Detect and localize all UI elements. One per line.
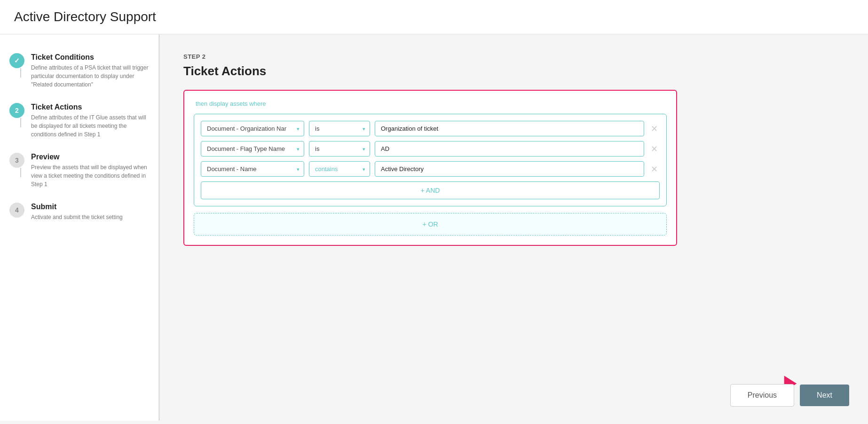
step-2-title: Ticket Actions (31, 103, 149, 111)
value-input-1[interactable] (375, 121, 644, 136)
step-4-desc: Activate and submit the ticket setting (31, 213, 123, 221)
nav-buttons: Previous Next (730, 384, 849, 407)
next-button[interactable]: Next (800, 385, 849, 406)
condition-group-1: Document - Organization Nar is ✕ (194, 114, 667, 206)
step-3-num-label: 3 (15, 157, 19, 164)
value-input-2[interactable] (375, 141, 644, 157)
remove-button-1[interactable]: ✕ (649, 123, 660, 135)
operator-select-wrapper-2[interactable]: is (309, 141, 370, 157)
sidebar-item-ticket-conditions[interactable]: ✓ Ticket Conditions Define attributes of… (9, 48, 149, 94)
sidebar-item-submit[interactable]: 4 Submit Activate and submit the ticket … (9, 198, 149, 226)
step-connector-2 (20, 118, 21, 127)
step-2-text: Ticket Actions Define attributes of the … (31, 103, 149, 139)
step-connector-1 (20, 68, 21, 78)
conditions-card: then display assets where Document - Org… (183, 90, 677, 246)
and-button[interactable]: + AND (201, 181, 660, 199)
checkmark-icon: ✓ (14, 57, 20, 64)
operator-select-1[interactable]: is (309, 121, 370, 136)
step-4-num-label: 4 (15, 206, 19, 214)
condition-row-3: Document - Name contains ✕ (201, 161, 660, 177)
step-3-text: Preview Preview the assets that will be … (31, 153, 149, 188)
section-title: Ticket Actions (183, 64, 844, 79)
value-input-3[interactable] (375, 161, 644, 177)
previous-button[interactable]: Previous (730, 384, 794, 407)
operator-select-2[interactable]: is (309, 141, 370, 157)
step-4-text: Submit Activate and submit the ticket se… (31, 203, 123, 221)
operator-select-wrapper-3[interactable]: contains (309, 161, 370, 177)
step-3-title: Preview (31, 153, 149, 161)
condition-row-1: Document - Organization Nar is ✕ (201, 121, 660, 136)
field-select-wrapper-3[interactable]: Document - Name (201, 161, 304, 177)
remove-button-2[interactable]: ✕ (649, 143, 660, 155)
field-select-2[interactable]: Document - Flag Type Name (201, 141, 304, 157)
step-label: STEP 2 (183, 53, 844, 60)
page-title: Active Directory Support (14, 9, 854, 24)
step-4-number: 4 (9, 203, 24, 218)
operator-select-3[interactable]: contains (309, 161, 370, 177)
step-1-number: ✓ (9, 53, 24, 68)
field-select-3[interactable]: Document - Name (201, 161, 304, 177)
main-content: STEP 2 Ticket Actions then display asset… (160, 34, 868, 421)
step-2-num-label: 2 (15, 107, 19, 114)
step-2-number: 2 (9, 103, 24, 118)
sidebar: ✓ Ticket Conditions Define attributes of… (0, 34, 160, 421)
step-1-desc: Define attributes of a PSA ticket that w… (31, 63, 149, 89)
step-3-desc: Preview the assets that will be displaye… (31, 163, 149, 188)
sidebar-item-ticket-actions[interactable]: 2 Ticket Actions Define attributes of th… (9, 98, 149, 143)
remove-button-3[interactable]: ✕ (649, 163, 660, 175)
sidebar-item-preview[interactable]: 3 Preview Preview the assets that will b… (9, 148, 149, 193)
or-section: + OR (194, 213, 667, 236)
field-select-wrapper-2[interactable]: Document - Flag Type Name (201, 141, 304, 157)
page-header: Active Directory Support (0, 0, 868, 34)
step-1-text: Ticket Conditions Define attributes of a… (31, 53, 149, 89)
then-label: then display assets where (194, 100, 667, 107)
step-2-desc: Define attributes of the IT Glue assets … (31, 113, 149, 139)
main-layout: ✓ Ticket Conditions Define attributes of… (0, 34, 868, 421)
step-3-number: 3 (9, 153, 24, 168)
step-4-title: Submit (31, 203, 123, 211)
or-button[interactable]: + OR (422, 220, 438, 228)
condition-row-2: Document - Flag Type Name is ✕ (201, 141, 660, 157)
step-1-title: Ticket Conditions (31, 53, 149, 62)
operator-select-wrapper-1[interactable]: is (309, 121, 370, 136)
step-connector-3 (20, 168, 21, 177)
field-select-wrapper-1[interactable]: Document - Organization Nar (201, 121, 304, 136)
field-select-1[interactable]: Document - Organization Nar (201, 121, 304, 136)
